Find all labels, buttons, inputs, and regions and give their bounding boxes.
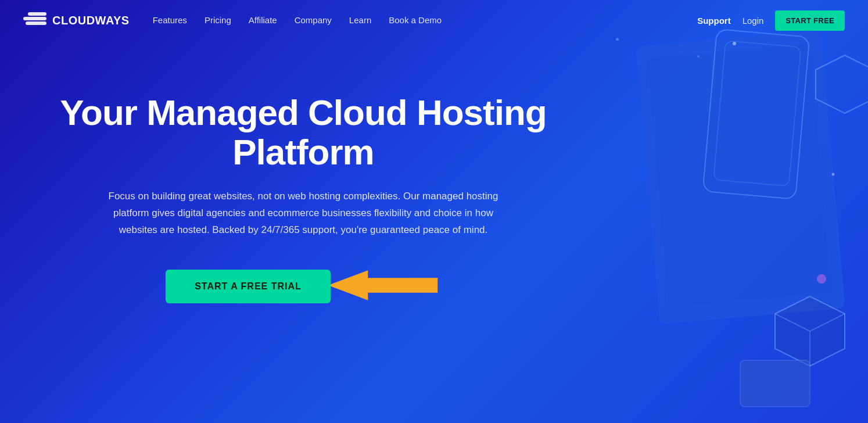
svg-rect-15 [28, 12, 46, 16]
hero-section: Your Managed Cloud Hosting Platform Focu… [0, 41, 868, 305]
cta-container: START A FREE TRIAL [166, 268, 441, 305]
logo-text: CLOUDWAYS [52, 14, 130, 27]
logo[interactable]: CLOUDWAYS [23, 11, 130, 30]
nav-support-link[interactable]: Support [697, 16, 731, 26]
svg-rect-13 [23, 17, 46, 20]
svg-line-5 [775, 314, 810, 331]
svg-rect-9 [740, 360, 810, 407]
nav-item-learn[interactable]: Learn [349, 15, 371, 26]
svg-marker-16 [328, 270, 438, 300]
navbar-left: CLOUDWAYS Features Pricing Affiliate Com… [23, 11, 442, 30]
navbar: CLOUDWAYS Features Pricing Affiliate Com… [0, 0, 868, 41]
svg-line-6 [810, 314, 845, 331]
cloudways-logo-icon [23, 11, 46, 30]
arrow-container [325, 268, 441, 305]
svg-rect-14 [26, 21, 46, 25]
nav-item-company[interactable]: Company [295, 15, 332, 26]
hero-title: Your Managed Cloud Hosting Platform [42, 93, 565, 172]
page-wrapper: CLOUDWAYS Features Pricing Affiliate Com… [0, 0, 868, 423]
hero-subtitle: Focus on building great websites, not on… [106, 188, 501, 239]
svg-marker-4 [775, 296, 845, 366]
nav-login-link[interactable]: Login [743, 16, 764, 26]
nav-item-features[interactable]: Features [153, 15, 187, 26]
cta-arrow [325, 268, 441, 303]
nav-links: Features Pricing Affiliate Company Learn… [153, 15, 442, 26]
nav-item-pricing[interactable]: Pricing [205, 15, 231, 26]
navbar-right: Support Login START FREE [697, 10, 845, 31]
nav-item-book-demo[interactable]: Book a Demo [389, 15, 442, 26]
nav-start-free-button[interactable]: START FREE [775, 10, 845, 31]
nav-item-affiliate[interactable]: Affiliate [249, 15, 277, 26]
start-free-trial-button[interactable]: START A FREE TRIAL [166, 270, 331, 303]
